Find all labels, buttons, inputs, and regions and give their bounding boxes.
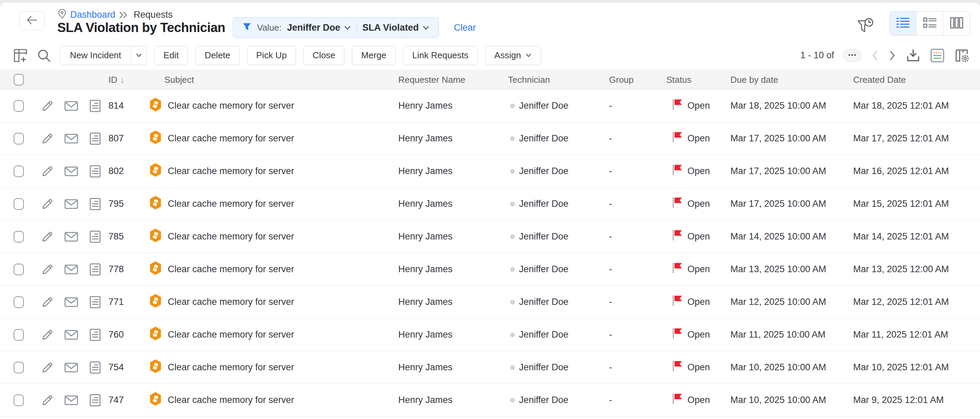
- row-checkbox[interactable]: [14, 165, 24, 177]
- request-subject-cell[interactable]: Clear cache memory for server: [145, 260, 398, 278]
- add-column-icon[interactable]: [13, 48, 28, 63]
- request-subject[interactable]: Clear cache memory for server: [168, 198, 294, 209]
- back-button[interactable]: [19, 11, 45, 30]
- table-row[interactable]: 771 Clear cache memory for server Henry …: [0, 286, 980, 319]
- row-checkbox[interactable]: [14, 231, 24, 243]
- sort-descending-icon[interactable]: ↓: [120, 75, 124, 85]
- row-checkbox[interactable]: [14, 133, 24, 144]
- table-row[interactable]: 778 Clear cache memory for server Henry …: [0, 253, 980, 286]
- request-subject-cell[interactable]: Clear cache memory for server: [145, 162, 398, 180]
- page-count-ellipsis-button[interactable]: •••: [843, 49, 862, 62]
- request-subject[interactable]: Clear cache memory for server: [168, 231, 294, 242]
- email-request-icon[interactable]: [59, 329, 83, 341]
- edit-request-icon[interactable]: [35, 132, 59, 146]
- edit-request-icon[interactable]: [35, 99, 59, 113]
- next-page-icon[interactable]: [888, 50, 896, 61]
- row-checkbox[interactable]: [14, 100, 24, 112]
- request-id[interactable]: 771: [107, 297, 145, 307]
- email-request-icon[interactable]: [59, 198, 83, 210]
- search-icon[interactable]: [37, 48, 51, 63]
- notes-request-icon[interactable]: [83, 99, 107, 113]
- pick-up-button[interactable]: Pick Up: [247, 46, 296, 65]
- column-header-technician[interactable]: Technician: [508, 75, 609, 85]
- row-checkbox[interactable]: [14, 394, 24, 406]
- request-subject-cell[interactable]: Clear cache memory for server: [145, 293, 398, 311]
- list-view-button[interactable]: [889, 11, 916, 35]
- request-id[interactable]: 760: [107, 329, 145, 340]
- column-view-button[interactable]: [943, 11, 970, 35]
- email-request-icon[interactable]: [59, 100, 83, 112]
- table-row[interactable]: 754 Clear cache memory for server Henry …: [0, 351, 980, 384]
- request-subject-cell[interactable]: Clear cache memory for server: [145, 195, 398, 213]
- request-id[interactable]: 795: [107, 198, 145, 209]
- edit-request-icon[interactable]: [35, 361, 59, 375]
- new-incident-button[interactable]: New Incident: [60, 46, 130, 65]
- request-subject[interactable]: Clear cache memory for server: [168, 133, 294, 144]
- column-header-due[interactable]: Due by date: [730, 75, 853, 85]
- column-settings-icon[interactable]: [954, 48, 970, 63]
- table-row[interactable]: 747 Clear cache memory for server Henry …: [0, 384, 980, 417]
- delete-button[interactable]: Delete: [196, 46, 239, 65]
- request-id[interactable]: 778: [107, 264, 145, 275]
- request-id[interactable]: 747: [107, 395, 145, 405]
- table-row[interactable]: 814 Clear cache memory for server Henry …: [0, 90, 980, 122]
- row-checkbox[interactable]: [14, 329, 24, 341]
- request-subject[interactable]: Clear cache memory for server: [168, 297, 294, 307]
- close-button[interactable]: Close: [304, 46, 344, 65]
- column-header-group[interactable]: Group: [609, 75, 666, 85]
- notes-request-icon[interactable]: [83, 328, 107, 342]
- new-incident-dropdown-arrow[interactable]: [130, 46, 146, 65]
- export-download-icon[interactable]: [906, 48, 921, 63]
- request-subject-cell[interactable]: Clear cache memory for server: [145, 130, 398, 147]
- request-subject-cell[interactable]: Clear cache memory for server: [145, 326, 398, 343]
- column-header-id[interactable]: ID ↓: [107, 75, 145, 85]
- link-requests-button[interactable]: Link Requests: [403, 46, 478, 65]
- notes-request-icon[interactable]: [83, 263, 107, 276]
- column-header-status[interactable]: Status: [666, 75, 730, 85]
- request-subject[interactable]: Clear cache memory for server: [168, 329, 294, 340]
- request-subject-cell[interactable]: Clear cache memory for server: [145, 228, 398, 245]
- summary-report-icon[interactable]: [930, 48, 945, 63]
- table-row[interactable]: 785 Clear cache memory for server Henry …: [0, 221, 980, 253]
- email-request-icon[interactable]: [59, 263, 83, 276]
- filter-criteria-dropdown[interactable]: SLA Violated: [363, 22, 430, 33]
- merge-button[interactable]: Merge: [352, 46, 396, 65]
- column-header-subject[interactable]: Subject: [145, 75, 398, 85]
- email-request-icon[interactable]: [59, 394, 83, 406]
- request-subject[interactable]: Clear cache memory for server: [168, 166, 294, 176]
- table-row[interactable]: 760 Clear cache memory for server Henry …: [0, 319, 980, 351]
- previous-page-icon[interactable]: [871, 50, 879, 61]
- request-id[interactable]: 802: [107, 166, 145, 176]
- request-id[interactable]: 814: [107, 100, 145, 111]
- request-id[interactable]: 754: [107, 362, 145, 373]
- table-row[interactable]: 802 Clear cache memory for server Henry …: [0, 155, 980, 188]
- table-row[interactable]: 807 Clear cache memory for server Henry …: [0, 122, 980, 155]
- request-subject[interactable]: Clear cache memory for server: [168, 395, 294, 405]
- column-header-requester[interactable]: Requester Name: [398, 75, 508, 85]
- edit-request-icon[interactable]: [35, 263, 59, 276]
- edit-request-icon[interactable]: [35, 165, 59, 178]
- table-row[interactable]: 795 Clear cache memory for server Henry …: [0, 188, 980, 221]
- request-subject[interactable]: Clear cache memory for server: [168, 264, 294, 275]
- filter-history-icon[interactable]: [857, 18, 874, 36]
- row-checkbox[interactable]: [14, 362, 24, 373]
- email-request-icon[interactable]: [59, 296, 83, 308]
- request-subject[interactable]: Clear cache memory for server: [168, 100, 294, 111]
- edit-request-icon[interactable]: [35, 197, 59, 211]
- request-id[interactable]: 785: [107, 231, 145, 242]
- notes-request-icon[interactable]: [83, 394, 107, 407]
- assign-button[interactable]: Assign: [485, 46, 541, 65]
- edit-button[interactable]: Edit: [154, 46, 188, 65]
- email-request-icon[interactable]: [59, 165, 83, 178]
- notes-request-icon[interactable]: [83, 197, 107, 211]
- request-subject-cell[interactable]: Clear cache memory for server: [145, 391, 398, 409]
- row-checkbox[interactable]: [14, 296, 24, 308]
- breadcrumb-dashboard-link[interactable]: Dashboard: [70, 10, 115, 20]
- edit-request-icon[interactable]: [35, 295, 59, 309]
- detail-view-button[interactable]: [916, 11, 943, 35]
- notes-request-icon[interactable]: [83, 361, 107, 375]
- row-checkbox[interactable]: [14, 198, 24, 210]
- column-header-created[interactable]: Created Date: [853, 75, 980, 85]
- edit-request-icon[interactable]: [35, 230, 59, 244]
- request-subject-cell[interactable]: Clear cache memory for server: [145, 97, 398, 114]
